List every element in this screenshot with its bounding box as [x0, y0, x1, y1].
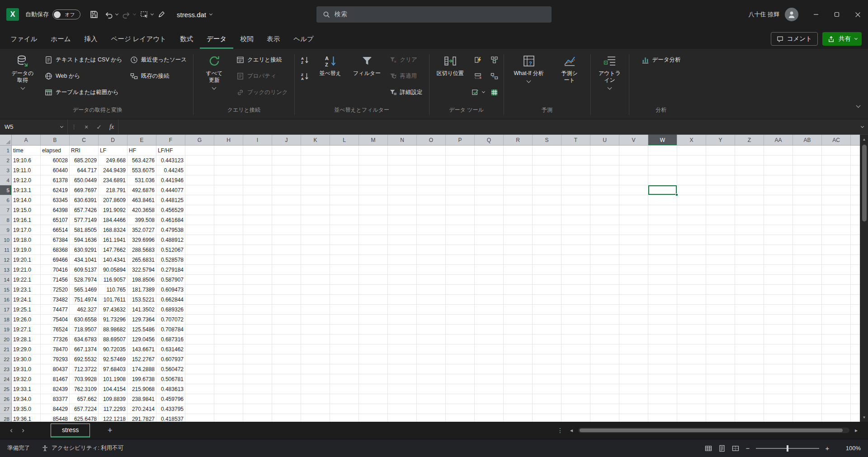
- cell-L6[interactable]: [330, 195, 359, 205]
- cell-V22[interactable]: [619, 354, 648, 364]
- cell-V16[interactable]: [619, 295, 648, 305]
- cell-M26[interactable]: [359, 394, 388, 404]
- tab-formulas[interactable]: 数式: [173, 29, 200, 49]
- cell-S19[interactable]: [533, 325, 561, 335]
- scroll-left-icon[interactable]: ◂: [567, 427, 576, 433]
- cell-V15[interactable]: [619, 285, 648, 295]
- cell-C16[interactable]: 751.4974: [70, 295, 99, 305]
- cell-I5[interactable]: [243, 185, 272, 195]
- cell-X22[interactable]: [677, 354, 706, 364]
- cell-E8[interactable]: 399.508: [127, 215, 156, 225]
- cell-M13[interactable]: [359, 265, 388, 275]
- cell-I4[interactable]: [243, 175, 272, 185]
- cell-AD25[interactable]: [851, 384, 860, 394]
- cell-L24[interactable]: [330, 374, 359, 384]
- cell-M15[interactable]: [359, 285, 388, 295]
- row-header-1[interactable]: 1: [0, 146, 12, 155]
- cell-AC4[interactable]: [822, 175, 851, 185]
- cell-K19[interactable]: [301, 325, 330, 335]
- cell-R1[interactable]: [504, 146, 533, 155]
- column-header-O[interactable]: O: [417, 135, 446, 146]
- cell-G12[interactable]: [185, 255, 214, 265]
- cell-F8[interactable]: 0.461684: [156, 215, 185, 225]
- cell-U22[interactable]: [590, 354, 619, 364]
- cell-J9[interactable]: [272, 225, 301, 235]
- cell-E28[interactable]: 291.7827: [127, 414, 156, 422]
- cell-M24[interactable]: [359, 374, 388, 384]
- cell-F6[interactable]: 0.448125: [156, 195, 185, 205]
- cell-U6[interactable]: [590, 195, 619, 205]
- cell-F21[interactable]: 0.631462: [156, 344, 185, 354]
- cell-R4[interactable]: [504, 175, 533, 185]
- cell-Q9[interactable]: [475, 225, 504, 235]
- cell-Y14[interactable]: [706, 275, 735, 285]
- cell-I22[interactable]: [243, 354, 272, 364]
- cell-B17[interactable]: 74477: [41, 305, 70, 315]
- cell-O23[interactable]: [417, 364, 446, 374]
- column-header-U[interactable]: U: [590, 135, 619, 146]
- cell-V5[interactable]: [619, 185, 648, 195]
- cell-F13[interactable]: 0.279184: [156, 265, 185, 275]
- row-header-6[interactable]: 6: [0, 195, 12, 205]
- cell-U18[interactable]: [590, 315, 619, 325]
- cell-AC6[interactable]: [822, 195, 851, 205]
- cell-T27[interactable]: [561, 404, 590, 414]
- cell-U13[interactable]: [590, 265, 619, 275]
- cell-D26[interactable]: 109.8839: [99, 394, 127, 404]
- cell-H11[interactable]: [214, 245, 243, 255]
- cell-T7[interactable]: [561, 205, 590, 215]
- column-header-C[interactable]: C: [70, 135, 99, 146]
- cell-AB17[interactable]: [793, 305, 822, 315]
- cell-AD14[interactable]: [851, 275, 860, 285]
- cell-K9[interactable]: [301, 225, 330, 235]
- cell-N18[interactable]: [388, 315, 417, 325]
- cell-AD24[interactable]: [851, 374, 860, 384]
- cell-AB12[interactable]: [793, 255, 822, 265]
- cell-G13[interactable]: [185, 265, 214, 275]
- cell-B4[interactable]: 61378: [41, 175, 70, 185]
- cell-W24[interactable]: [648, 374, 677, 384]
- cell-S5[interactable]: [533, 185, 561, 195]
- cell-T18[interactable]: [561, 315, 590, 325]
- cell-AD18[interactable]: [851, 315, 860, 325]
- cell-C23[interactable]: 712.3722: [70, 364, 99, 374]
- cell-L26[interactable]: [330, 394, 359, 404]
- cell-V1[interactable]: [619, 146, 648, 155]
- cell-K27[interactable]: [301, 404, 330, 414]
- cell-H27[interactable]: [214, 404, 243, 414]
- cell-G5[interactable]: [185, 185, 214, 195]
- cell-G18[interactable]: [185, 315, 214, 325]
- cell-C18[interactable]: 630.6558: [70, 315, 99, 325]
- cell-S7[interactable]: [533, 205, 561, 215]
- cell-U25[interactable]: [590, 384, 619, 394]
- cell-L4[interactable]: [330, 175, 359, 185]
- cell-R2[interactable]: [504, 155, 533, 165]
- cell-F4[interactable]: 0.441946: [156, 175, 185, 185]
- cell-U24[interactable]: [590, 374, 619, 384]
- cell-L1[interactable]: [330, 146, 359, 155]
- cell-P16[interactable]: [446, 295, 475, 305]
- cell-A16[interactable]: 19:24.1: [12, 295, 41, 305]
- cell-AC7[interactable]: [822, 205, 851, 215]
- sort-ascending-button[interactable]: AZ: [298, 54, 311, 66]
- cell-R18[interactable]: [504, 315, 533, 325]
- cell-U21[interactable]: [590, 344, 619, 354]
- cell-X5[interactable]: [677, 185, 706, 195]
- cell-F18[interactable]: 0.707072: [156, 315, 185, 325]
- cell-Q7[interactable]: [475, 205, 504, 215]
- cell-V14[interactable]: [619, 275, 648, 285]
- cell-J11[interactable]: [272, 245, 301, 255]
- cell-F12[interactable]: 0.528578: [156, 255, 185, 265]
- cell-X9[interactable]: [677, 225, 706, 235]
- tab-home[interactable]: ホーム: [44, 29, 77, 49]
- cell-A15[interactable]: 19:23.1: [12, 285, 41, 295]
- cell-Q28[interactable]: [475, 414, 504, 422]
- cell-O7[interactable]: [417, 205, 446, 215]
- cell-AD28[interactable]: [851, 414, 860, 422]
- cell-O4[interactable]: [417, 175, 446, 185]
- cell-V11[interactable]: [619, 245, 648, 255]
- cell-H12[interactable]: [214, 255, 243, 265]
- cell-X7[interactable]: [677, 205, 706, 215]
- cell-AD5[interactable]: [851, 185, 860, 195]
- cell-AD22[interactable]: [851, 354, 860, 364]
